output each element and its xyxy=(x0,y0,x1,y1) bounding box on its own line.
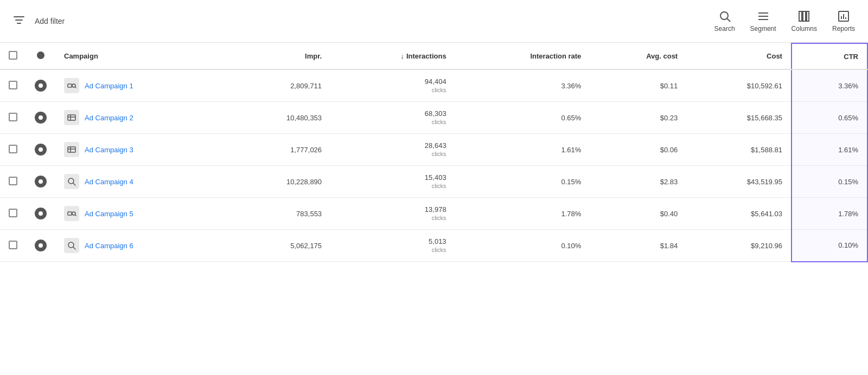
add-filter-button[interactable]: Add filter xyxy=(30,15,69,28)
row-cost: $9,210.96 xyxy=(686,230,792,262)
table-row: Ad Campaign 1 2,809,711 94,404clicks 3.3… xyxy=(0,69,867,102)
row-checkbox-cell[interactable] xyxy=(0,198,26,230)
reports-label: Reports xyxy=(832,25,855,33)
header-ctr[interactable]: CTR xyxy=(792,43,867,69)
row-checkbox[interactable] xyxy=(9,81,17,89)
table-header-row: Campaign Impr. ↓Interactions Interaction… xyxy=(0,43,867,69)
row-cost: $1,588.81 xyxy=(686,134,792,166)
row-interactions: 94,404clicks xyxy=(330,69,455,102)
row-checkbox-cell[interactable] xyxy=(0,69,26,102)
row-campaign-cell: Ad Campaign 3 xyxy=(55,134,226,166)
row-status-cell xyxy=(26,102,55,134)
table-row: Ad Campaign 3 1,777,026 28,643clicks 1.6… xyxy=(0,134,867,166)
columns-icon xyxy=(797,10,810,23)
row-campaign-cell: Ad Campaign 5 xyxy=(55,198,226,230)
interactions-sub-label: clicks xyxy=(432,183,446,189)
row-interactions: 15,403clicks xyxy=(330,166,455,198)
search-action[interactable]: Search xyxy=(714,10,735,33)
row-interaction-rate: 1.78% xyxy=(455,198,590,230)
svg-rect-5 xyxy=(799,11,802,21)
campaign-link[interactable]: Ad Campaign 1 xyxy=(85,82,133,90)
row-cost: $15,668.35 xyxy=(686,102,792,134)
row-ctr: 0.65% xyxy=(792,102,867,134)
row-ctr: 0.15% xyxy=(792,166,867,198)
header-checkbox[interactable] xyxy=(0,43,26,69)
row-cost: $43,519.95 xyxy=(686,166,792,198)
row-checkbox-cell[interactable] xyxy=(0,102,26,134)
filter-icon[interactable] xyxy=(13,14,25,29)
svg-line-22 xyxy=(73,183,75,185)
row-impr: 783,553 xyxy=(226,198,330,230)
row-checkbox[interactable] xyxy=(9,113,17,121)
status-paused-icon xyxy=(35,208,47,219)
row-ctr: 1.61% xyxy=(792,134,867,166)
svg-rect-15 xyxy=(68,115,75,120)
interactions-sub-label: clicks xyxy=(432,119,446,125)
table-row: Ad Campaign 6 5,062,175 5,013clicks 0.10… xyxy=(0,230,867,262)
row-checkbox-cell[interactable] xyxy=(0,230,26,262)
row-checkbox[interactable] xyxy=(9,209,17,217)
header-campaign[interactable]: Campaign xyxy=(55,43,226,69)
interactions-sub-label: clicks xyxy=(432,87,446,93)
reports-action[interactable]: Reports xyxy=(832,10,855,33)
columns-action[interactable]: Columns xyxy=(792,10,817,33)
interactions-sub-label: clicks xyxy=(432,151,446,157)
row-avg-cost: $0.40 xyxy=(590,198,686,230)
row-interaction-rate: 0.65% xyxy=(455,102,590,134)
row-avg-cost: $2.83 xyxy=(590,166,686,198)
row-checkbox[interactable] xyxy=(9,177,17,185)
row-status-cell xyxy=(26,198,55,230)
svg-rect-12 xyxy=(68,84,72,87)
segment-action[interactable]: Segment xyxy=(750,10,776,33)
select-all-checkbox[interactable] xyxy=(9,51,17,60)
segment-label: Segment xyxy=(750,25,776,33)
table-row: Ad Campaign 2 10,480,353 68,303clicks 0.… xyxy=(0,102,867,134)
row-cost: $10,592.61 xyxy=(686,69,792,102)
header-interactions[interactable]: ↓Interactions xyxy=(330,43,455,69)
row-campaign-cell: Ad Campaign 6 xyxy=(55,230,226,262)
row-status-cell xyxy=(26,69,55,102)
header-cost[interactable]: Cost xyxy=(686,43,792,69)
row-checkbox[interactable] xyxy=(9,145,17,153)
toolbar-right: Search Segment Columns xyxy=(714,10,855,33)
row-interaction-rate: 0.10% xyxy=(455,230,590,262)
row-impr: 1,777,026 xyxy=(226,134,330,166)
row-campaign-cell: Ad Campaign 4 xyxy=(55,166,226,198)
header-impr[interactable]: Impr. xyxy=(226,43,330,69)
campaign-link[interactable]: Ad Campaign 2 xyxy=(85,114,133,122)
reports-icon xyxy=(837,10,850,23)
campaign-link[interactable]: Ad Campaign 5 xyxy=(85,210,133,218)
status-paused-icon xyxy=(35,112,47,124)
row-checkbox-cell[interactable] xyxy=(0,134,26,166)
svg-rect-23 xyxy=(68,212,72,215)
row-checkbox[interactable] xyxy=(9,241,17,249)
campaign-icon-search-display xyxy=(64,206,79,221)
campaigns-table: Campaign Impr. ↓Interactions Interaction… xyxy=(0,43,868,262)
sort-desc-icon: ↓ xyxy=(400,52,404,60)
row-status-cell xyxy=(26,166,55,198)
campaign-link[interactable]: Ad Campaign 3 xyxy=(85,146,133,154)
table-row: Ad Campaign 5 783,553 13,978clicks 1.78%… xyxy=(0,198,867,230)
row-interactions: 13,978clicks xyxy=(330,198,455,230)
row-interaction-rate: 0.15% xyxy=(455,166,590,198)
campaign-icon-search xyxy=(64,174,79,189)
row-impr: 2,809,711 xyxy=(226,69,330,102)
toolbar: Add filter Search Segment Columns xyxy=(0,0,868,43)
svg-rect-18 xyxy=(68,147,75,152)
header-interaction-rate[interactable]: Interaction rate xyxy=(455,43,590,69)
table-row: Ad Campaign 4 10,228,890 15,403clicks 0.… xyxy=(0,166,867,198)
status-paused-icon xyxy=(35,80,47,92)
interactions-sub-label: clicks xyxy=(432,247,446,253)
header-status xyxy=(26,43,55,69)
header-avg-cost[interactable]: Avg. cost xyxy=(590,43,686,69)
row-status-cell xyxy=(26,230,55,262)
columns-label: Columns xyxy=(792,25,817,33)
row-avg-cost: $0.11 xyxy=(590,69,686,102)
campaign-link[interactable]: Ad Campaign 4 xyxy=(85,178,133,186)
svg-rect-7 xyxy=(807,11,809,21)
row-checkbox-cell[interactable] xyxy=(0,166,26,198)
campaign-icon-display xyxy=(64,110,79,125)
status-paused-icon xyxy=(35,176,47,188)
campaign-link[interactable]: Ad Campaign 6 xyxy=(85,242,133,250)
row-avg-cost: $0.23 xyxy=(590,102,686,134)
